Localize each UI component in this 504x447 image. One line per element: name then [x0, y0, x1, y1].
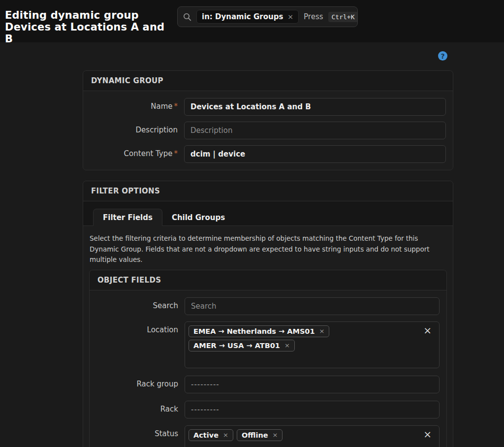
- rack-label: Rack: [96, 401, 178, 414]
- search-icon: [183, 13, 191, 21]
- help-icon[interactable]: ?: [438, 51, 447, 61]
- name-label: Name*: [90, 98, 178, 111]
- global-search[interactable]: in: Dynamic Groups × Press Ctrl+K to sea…: [177, 6, 358, 27]
- rack-group-field-row: Rack group ---------: [96, 376, 440, 393]
- location-clear-button[interactable]: ×: [423, 325, 432, 335]
- filter-help-text: Select the filtering criteria to determi…: [90, 233, 443, 265]
- required-asterisk: *: [174, 102, 178, 111]
- required-asterisk: *: [174, 149, 178, 158]
- kbd-ctrl-k: Ctrl+K: [328, 12, 358, 22]
- search-hint-prefix: Press: [304, 12, 323, 21]
- tab-filter-fields[interactable]: Filter Fields: [93, 209, 162, 226]
- status-field-row: Status Active × Offline ×: [96, 425, 440, 447]
- tag-remove-icon[interactable]: ×: [319, 327, 325, 335]
- panel-filter-options: FILTER OPTIONS Filter Fields Child Group…: [83, 181, 453, 447]
- content-type-label: Content Type*: [90, 145, 178, 158]
- status-tag-label: Active: [193, 431, 219, 439]
- rack-group-label: Rack group: [96, 376, 178, 388]
- status-tag-label: Offline: [242, 431, 268, 439]
- tag-remove-icon[interactable]: ×: [273, 431, 278, 439]
- status-tag[interactable]: Offline ×: [237, 429, 283, 441]
- rack-field-row: Rack ---------: [96, 401, 440, 418]
- search-label: Search: [96, 297, 178, 310]
- location-field-row: Location EMEA → Netherlands → AMS01 × AM…: [96, 321, 440, 368]
- description-field-row: Description: [90, 122, 446, 139]
- dynamic-group-panel-title: DYNAMIC GROUP: [83, 71, 453, 91]
- description-input[interactable]: [184, 122, 446, 139]
- content-type-field-row: Content Type* dcim | device: [90, 145, 446, 163]
- status-label: Status: [96, 425, 178, 438]
- name-input[interactable]: [184, 98, 446, 116]
- location-label: Location: [96, 321, 178, 334]
- status-multiselect[interactable]: Active × Offline × ×: [185, 425, 440, 447]
- chip-remove-icon[interactable]: ×: [287, 13, 293, 21]
- name-field-row: Name*: [90, 98, 446, 116]
- rack-select[interactable]: ---------: [185, 401, 440, 418]
- filter-tabs: Filter Fields Child Groups: [83, 201, 453, 226]
- location-multiselect[interactable]: EMEA → Netherlands → AMS01 × AMER → USA …: [185, 321, 440, 368]
- panel-object-fields: OBJECT FIELDS Search Location EMEA: [89, 270, 447, 447]
- location-tag-label: AMER → USA → ATB01: [193, 342, 280, 350]
- tab-child-groups[interactable]: Child Groups: [162, 209, 234, 226]
- location-tag[interactable]: EMEA → Netherlands → AMS01 ×: [189, 325, 329, 337]
- location-tag[interactable]: AMER → USA → ATB01 ×: [189, 340, 295, 351]
- tag-remove-icon[interactable]: ×: [223, 431, 228, 439]
- search-scope-chip[interactable]: in: Dynamic Groups ×: [196, 10, 299, 24]
- filter-search-input[interactable]: [185, 297, 440, 315]
- rack-group-select[interactable]: ---------: [185, 376, 440, 393]
- filter-options-panel-title: FILTER OPTIONS: [83, 181, 453, 201]
- app-header: Editing dynamic group Devices at Locatio…: [0, 0, 504, 42]
- tag-remove-icon[interactable]: ×: [284, 342, 290, 349]
- status-tag[interactable]: Active ×: [189, 429, 233, 441]
- description-label: Description: [90, 122, 178, 134]
- object-fields-panel-title: OBJECT FIELDS: [90, 270, 446, 290]
- search-scope-label: in: Dynamic Groups: [202, 12, 283, 21]
- page-title: Editing dynamic group Devices at Locatio…: [5, 9, 175, 45]
- content-type-select[interactable]: dcim | device: [184, 145, 446, 163]
- location-tag-label: EMEA → Netherlands → AMS01: [193, 327, 315, 335]
- status-clear-button[interactable]: ×: [423, 429, 432, 439]
- search-field-row: Search: [96, 297, 440, 315]
- main-content: ? DYNAMIC GROUP Name* Description: [0, 42, 504, 447]
- panel-dynamic-group: DYNAMIC GROUP Name* Description Content …: [83, 70, 453, 170]
